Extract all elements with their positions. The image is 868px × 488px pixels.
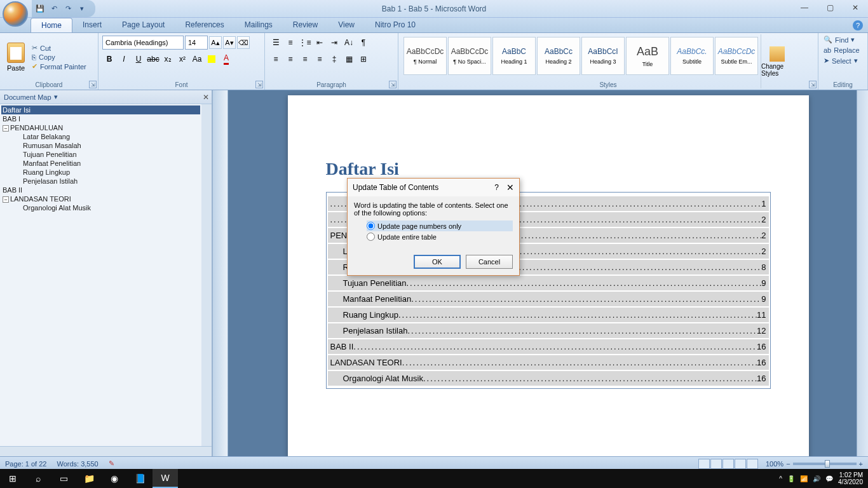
app-icon[interactable]: 📘 — [127, 469, 153, 488]
tree-item[interactable]: BAB II — [1, 186, 200, 194]
tab-mailings[interactable]: Mailings — [234, 18, 283, 32]
numbering-button[interactable]: ≡ — [283, 36, 297, 50]
word-taskbar-icon[interactable]: W — [153, 469, 178, 488]
toc-entry[interactable]: Organologi Alat Musik...................… — [328, 371, 769, 386]
show-marks-button[interactable]: ¶ — [356, 36, 370, 50]
toc-entry[interactable]: Penjelasan Istilah......................… — [328, 323, 769, 338]
tray-wifi-icon[interactable]: 📶 — [800, 475, 808, 482]
tab-insert[interactable]: Insert — [72, 18, 112, 32]
dialog-titlebar[interactable]: Update Table of Contents ? ✕ — [348, 179, 519, 196]
tab-review[interactable]: Review — [283, 18, 328, 32]
tree-collapse-icon[interactable]: − — [3, 196, 9, 203]
tree-item[interactable]: Penjelasan Istilah — [1, 177, 200, 186]
document-page[interactable]: Daftar Isi .............................… — [288, 95, 809, 456]
print-layout-view-button[interactable] — [698, 459, 710, 469]
decrease-indent-button[interactable]: ⇤ — [313, 36, 327, 50]
clipboard-dialog-launcher[interactable]: ⇲ — [89, 81, 97, 88]
style-heading-1[interactable]: AaBbCHeading 1 — [492, 37, 536, 75]
change-styles-button[interactable]: Change Styles — [761, 34, 792, 88]
web-layout-view-button[interactable] — [722, 459, 734, 469]
shrink-font-button[interactable]: A▾ — [223, 36, 236, 49]
styles-dialog-launcher[interactable]: ⇲ — [809, 81, 817, 88]
tree-collapse-icon[interactable]: − — [3, 125, 9, 132]
highlight-button[interactable] — [205, 52, 219, 66]
toc-entry[interactable]: BAB II..................................… — [328, 339, 769, 354]
select-button[interactable]: ➤Select ▾ — [821, 55, 865, 66]
tree-item[interactable]: Daftar Isi — [1, 105, 200, 114]
zoom-slider[interactable] — [793, 463, 857, 465]
start-button[interactable]: ⊞ — [0, 469, 25, 488]
toc-entry[interactable]: Manfaat Penelitian......................… — [328, 292, 769, 306]
zoom-level[interactable]: 100% — [766, 460, 783, 468]
outline-view-button[interactable] — [735, 459, 746, 469]
zoom-in-button[interactable]: + — [859, 460, 863, 468]
file-explorer-icon[interactable]: 📁 — [76, 469, 102, 488]
paste-button[interactable]: Paste — [3, 34, 29, 80]
grow-font-button[interactable]: A▴ — [209, 36, 222, 49]
style-title[interactable]: AaBTitle — [626, 37, 669, 75]
font-size-combo[interactable] — [185, 36, 208, 50]
find-button[interactable]: 🔍Find ▾ — [821, 34, 865, 45]
status-words[interactable]: Words: 3,550 — [57, 460, 98, 468]
zoom-out-button[interactable]: − — [786, 460, 790, 468]
chrome-icon[interactable]: ◉ — [102, 469, 127, 488]
tab-page-layout[interactable]: Page Layout — [112, 18, 175, 32]
increase-indent-button[interactable]: ⇥ — [327, 36, 341, 50]
bold-button[interactable]: B — [102, 52, 116, 66]
document-area[interactable]: Daftar Isi .............................… — [213, 90, 868, 456]
status-page[interactable]: Page: 1 of 22 — [5, 460, 46, 468]
justify-button[interactable]: ≡ — [313, 52, 327, 66]
tree-item[interactable]: Rumusan Masalah — [1, 141, 200, 150]
maximize-button[interactable]: ▢ — [822, 1, 837, 14]
toc-entry[interactable]: Ruang Lingkup...........................… — [328, 308, 769, 322]
radio-page-numbers-only[interactable] — [367, 222, 375, 230]
option-entire-table[interactable]: Update entire table — [367, 231, 513, 242]
bullets-button[interactable]: ☰ — [269, 36, 283, 50]
sort-button[interactable]: A↓ — [342, 36, 356, 50]
borders-button[interactable]: ⊞ — [356, 52, 370, 66]
style--normal[interactable]: AaBbCcDc¶ Normal — [403, 37, 447, 75]
toc-entry[interactable]: Tujuan Penelitian.......................… — [328, 276, 769, 290]
tree-item[interactable]: −LANDASAN TEORI — [1, 194, 200, 203]
redo-icon[interactable]: ↷ — [62, 3, 74, 15]
style-heading-2[interactable]: AaBbCcHeading 2 — [537, 37, 580, 75]
line-spacing-button[interactable]: ‡ — [327, 52, 341, 66]
style--no-spaci-[interactable]: AaBbCcDc¶ No Spaci... — [448, 37, 491, 75]
tray-clock[interactable]: 1:02 PM 4/3/2020 — [838, 471, 863, 485]
clear-formatting-button[interactable]: ⌫ — [237, 36, 250, 49]
tray-chevron-icon[interactable]: ^ — [779, 475, 782, 482]
font-dialog-launcher[interactable]: ⇲ — [255, 81, 263, 88]
dialog-close-button[interactable]: ✕ — [506, 182, 514, 193]
save-icon[interactable]: 💾 — [34, 3, 46, 15]
radio-entire-table[interactable] — [367, 233, 375, 241]
document-vertical-scrollbar[interactable] — [857, 90, 868, 456]
help-icon[interactable]: ? — [853, 20, 863, 30]
change-case-button[interactable]: Aa — [190, 52, 204, 66]
tab-view[interactable]: View — [328, 18, 365, 32]
tab-nitro-pro-10[interactable]: Nitro Pro 10 — [365, 18, 426, 32]
document-map-close-button[interactable]: ✕ — [203, 93, 209, 102]
office-button[interactable] — [3, 1, 28, 27]
zoom-slider-thumb[interactable] — [825, 460, 830, 468]
tray-volume-icon[interactable]: 🔊 — [813, 475, 820, 482]
replace-button[interactable]: abReplace — [821, 45, 865, 55]
document-map-tree[interactable]: Daftar IsiBAB I−PENDAHULUANLatar Belakan… — [0, 104, 201, 446]
subscript-button[interactable]: x₂ — [161, 52, 175, 66]
tree-item[interactable]: Latar Belakang — [1, 132, 200, 141]
tree-item[interactable]: −PENDAHULUAN — [1, 123, 200, 132]
option-page-numbers-only[interactable]: Update page numbers only — [367, 220, 513, 231]
minimize-button[interactable]: — — [797, 1, 812, 14]
toc-entry[interactable]: LANDASAN TEORI..........................… — [328, 355, 769, 370]
format-painter-button[interactable]: ✔Format Painter — [32, 62, 86, 71]
style-subtle-em-[interactable]: AaBbCcDcSubtle Em... — [715, 37, 758, 75]
draft-view-button[interactable] — [747, 459, 758, 469]
shading-button[interactable]: ▦ — [342, 52, 356, 66]
tray-battery-icon[interactable]: 🔋 — [787, 475, 795, 482]
align-right-button[interactable]: ≡ — [298, 52, 312, 66]
style-gallery[interactable]: AaBbCcDc¶ NormalAaBbCcDc¶ No Spaci...AaB… — [401, 34, 761, 80]
status-proofing-icon[interactable]: ✎ — [109, 459, 114, 468]
tab-home[interactable]: Home — [31, 18, 72, 32]
strikethrough-button[interactable]: abc — [146, 52, 160, 66]
cancel-button[interactable]: Cancel — [466, 255, 513, 269]
tab-references[interactable]: References — [175, 18, 234, 32]
